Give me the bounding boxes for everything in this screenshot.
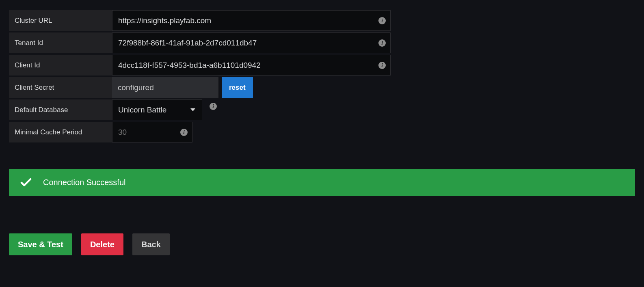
default-database-dropdown[interactable]: Unicorn Battle — [112, 99, 202, 120]
tenant-id-label: Tenant Id — [9, 32, 112, 53]
minimal-cache-input-wrapper: i — [112, 122, 192, 142]
client-id-input-wrapper: i — [112, 55, 391, 76]
chevron-down-icon — [190, 108, 195, 111]
cluster-url-input-wrapper: i — [112, 10, 391, 31]
info-icon[interactable]: i — [210, 103, 217, 110]
default-database-row: Default Database Unicorn Battle i — [9, 99, 635, 120]
client-secret-label: Client Secret — [9, 77, 112, 98]
cluster-url-input[interactable] — [112, 10, 391, 31]
default-database-label: Default Database — [9, 99, 112, 120]
back-button[interactable]: Back — [132, 233, 170, 255]
info-icon[interactable]: i — [378, 39, 386, 47]
info-icon[interactable]: i — [378, 62, 386, 69]
tenant-id-row: Tenant Id i — [9, 32, 635, 53]
alert-message: Connection Successful — [43, 178, 125, 187]
action-buttons: Save & Test Delete Back — [9, 233, 635, 255]
connection-success-alert: Connection Successful — [9, 169, 635, 196]
client-id-row: Client Id i — [9, 55, 635, 76]
info-icon[interactable]: i — [378, 17, 386, 24]
delete-button[interactable]: Delete — [81, 233, 123, 255]
tenant-id-input[interactable] — [112, 32, 391, 53]
client-secret-row: Client Secret configured reset — [9, 77, 635, 98]
minimal-cache-row: Minimal Cache Period i — [9, 122, 635, 142]
info-icon[interactable]: i — [180, 129, 188, 136]
reset-button[interactable]: reset — [222, 77, 253, 98]
cluster-url-label: Cluster URL — [9, 10, 112, 31]
client-secret-status: configured — [112, 77, 218, 98]
tenant-id-input-wrapper: i — [112, 32, 391, 53]
default-database-selected: Unicorn Battle — [118, 106, 166, 114]
cluster-url-row: Cluster URL i — [9, 10, 635, 31]
save-test-button[interactable]: Save & Test — [9, 233, 72, 255]
client-id-label: Client Id — [9, 55, 112, 76]
check-icon — [20, 178, 32, 187]
client-id-input[interactable] — [112, 55, 391, 76]
settings-form: Cluster URL i Tenant Id i Client Id i Cl… — [0, 0, 644, 142]
minimal-cache-label: Minimal Cache Period — [9, 122, 112, 142]
